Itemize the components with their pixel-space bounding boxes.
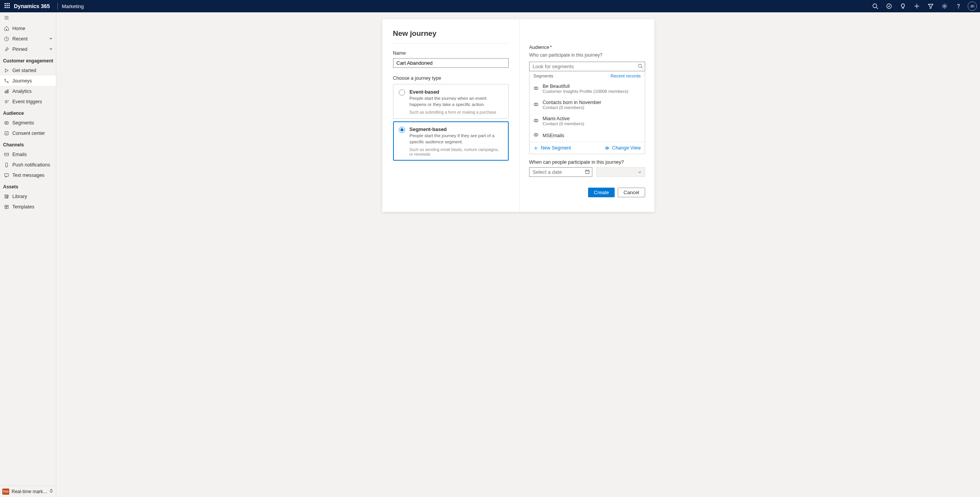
sidebar-item-push[interactable]: Push notifications [0, 160, 56, 170]
svg-line-31 [641, 67, 642, 68]
product-name: Dynamics 365 [14, 3, 50, 9]
svg-rect-43 [585, 170, 589, 174]
svg-rect-25 [6, 195, 7, 198]
dropdown-header-left: Segments [533, 74, 553, 78]
app-launcher-icon[interactable] [5, 3, 11, 9]
time-select[interactable] [596, 167, 645, 177]
segment-search-input[interactable] [529, 62, 645, 71]
sidebar-section-audience: Audience [0, 107, 56, 118]
recent-records-link[interactable]: Recent records [611, 74, 641, 78]
segment-sub: Contact (0 members) [543, 121, 584, 126]
svg-rect-14 [5, 91, 6, 93]
calendar-icon[interactable] [585, 169, 590, 176]
sidebar-item-library[interactable]: Library [0, 191, 56, 201]
search-icon[interactable] [638, 64, 643, 70]
segment-item[interactable]: Miami ActiveContact (0 members) [530, 113, 645, 129]
svg-rect-23 [5, 173, 9, 176]
sidebar-item-recent[interactable]: Recent [0, 34, 56, 44]
segment-name: Miami Active [543, 116, 584, 121]
svg-point-7 [958, 8, 959, 8]
lightbulb-icon[interactable] [896, 0, 910, 12]
journey-icon [3, 78, 10, 84]
svg-point-30 [638, 64, 641, 67]
sidebar-item-get-started[interactable]: Get started [0, 65, 56, 76]
content-area: New journey Name Choose a journey type E… [56, 12, 980, 497]
topbar: Dynamics 365 Marketing JD [0, 0, 980, 12]
sidebar-item-home[interactable]: Home [0, 23, 56, 34]
svg-rect-15 [6, 90, 7, 93]
option-desc: People start the journey when an event h… [410, 96, 503, 107]
clock-icon [3, 36, 10, 42]
hamburger-icon[interactable] [0, 12, 56, 23]
segment-item[interactable]: Be BeautifullCustomer Insights Profile (… [530, 81, 645, 97]
radio-icon [399, 127, 405, 133]
segments-list[interactable]: Be BeautifullCustomer Insights Profile (… [530, 81, 645, 142]
svg-line-1 [876, 7, 878, 9]
sidebar-item-label: Emails [12, 152, 27, 157]
pin-icon [3, 47, 10, 52]
sidebar-item-label: Push notifications [12, 162, 50, 168]
sidebar-item-journeys[interactable]: Journeys [0, 76, 56, 86]
segments-icon [3, 120, 10, 126]
task-icon[interactable] [882, 0, 896, 12]
new-segment-link[interactable]: New Segment [533, 145, 571, 151]
templates-icon [3, 204, 10, 210]
cancel-button[interactable]: Cancel [618, 188, 645, 197]
change-view-link[interactable]: Change View [605, 145, 640, 151]
sidebar-item-emails[interactable]: Emails [0, 149, 56, 160]
gear-icon[interactable] [938, 0, 951, 12]
area-label: Real-time marketi... [12, 489, 49, 494]
option-segment-based[interactable]: Segment-based People start the journey i… [393, 121, 509, 161]
date-input[interactable] [529, 167, 592, 177]
journey-type-label: Choose a journey type [393, 76, 509, 81]
audience-label: Audience* [529, 45, 645, 50]
svg-point-2 [887, 4, 891, 8]
audience-help: Who can participate in this journey? [529, 52, 645, 58]
sidebar-item-label: Consent center [12, 131, 45, 136]
sidebar-item-label: Journeys [12, 78, 32, 84]
segment-item[interactable]: Contacts born in NovemberContact (0 memb… [530, 97, 645, 113]
avatar[interactable]: JD [968, 2, 977, 11]
segment-item[interactable]: MSEmails [530, 129, 645, 142]
library-icon [3, 194, 10, 199]
chevron-down-icon [638, 170, 642, 174]
option-event-based[interactable]: Event-based People start the journey whe… [393, 84, 509, 119]
sidebar-item-pinned[interactable]: Pinned [0, 44, 56, 54]
sidebar-item-templates[interactable]: Templates [0, 201, 56, 212]
home-icon [3, 26, 10, 31]
svg-rect-16 [8, 89, 8, 93]
segment-sub: Contact (0 members) [543, 105, 601, 110]
area-switcher[interactable]: RM Real-time marketi... [0, 485, 56, 497]
sidebar-item-label: Text messages [12, 173, 44, 178]
trigger-icon [3, 99, 10, 104]
push-icon [3, 162, 10, 168]
sidebar-item-text-messages[interactable]: Text messages [0, 170, 56, 180]
play-icon [3, 68, 10, 73]
sidebar: Home Recent Pinned Customer engagement G… [0, 12, 56, 497]
svg-point-12 [5, 79, 6, 80]
sidebar-item-event-triggers[interactable]: Event triggers [0, 96, 56, 107]
sidebar-item-analytics[interactable]: Analytics [0, 86, 56, 96]
journey-name-input[interactable] [393, 58, 509, 68]
segment-icon [533, 102, 539, 108]
sidebar-item-label: Templates [12, 204, 34, 210]
option-title: Segment-based [410, 126, 503, 132]
sidebar-section-engagement: Customer engagement [0, 54, 56, 65]
create-button[interactable]: Create [588, 188, 615, 197]
filter-icon[interactable] [924, 0, 938, 12]
module-name[interactable]: Marketing [62, 3, 84, 9]
sidebar-item-label: Library [12, 194, 27, 199]
sidebar-item-segments[interactable]: Segments [0, 118, 56, 128]
svg-rect-28 [5, 207, 7, 208]
help-icon[interactable] [951, 0, 965, 12]
email-icon [3, 152, 10, 157]
sidebar-item-consent-center[interactable]: Consent center [0, 128, 56, 138]
search-icon[interactable] [868, 0, 882, 12]
radio-icon [399, 89, 405, 96]
svg-rect-27 [5, 205, 8, 206]
segment-icon [533, 86, 539, 92]
segment-sub: Customer Insights Profile (10808 members… [543, 89, 628, 94]
option-example: Such as submitting a form or making a pu… [410, 110, 503, 114]
plus-icon[interactable] [910, 0, 924, 12]
svg-point-13 [7, 82, 8, 83]
